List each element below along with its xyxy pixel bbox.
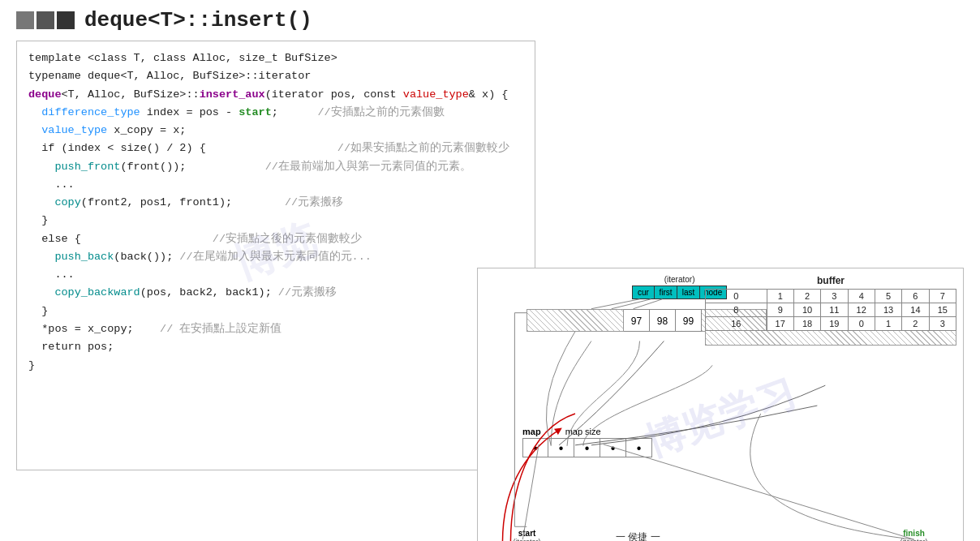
- code-line-13: ...: [28, 266, 523, 284]
- code-line-10: }: [28, 212, 523, 230]
- diagram-inner: (iterator) cur first last node 97 98 99: [478, 268, 963, 541]
- map-section: map map size • • • • •: [522, 427, 652, 457]
- code-line-8: ...: [28, 176, 523, 194]
- map-cell-4: •: [600, 438, 626, 457]
- page-container: deque<T>::insert() template <class T, cl…: [0, 0, 980, 541]
- svg-line-3: [522, 444, 539, 539]
- page-title: deque<T>::insert(): [84, 8, 312, 32]
- main-content: template <class T, class Alloc, size_t B…: [16, 41, 964, 470]
- code-line-4: difference_type index = pos - start; //安…: [28, 104, 523, 122]
- map-cells-row: • • • • •: [522, 438, 652, 457]
- code-line-6: if (index < size() / 2) { //如果安插點之前的元素個數…: [28, 140, 523, 157]
- svg-line-2: [634, 299, 663, 309]
- code-line-3: deque<T, Alloc, BufSize>::insert_aux(ite…: [28, 86, 523, 104]
- code-line-5: value_type x_copy = x;: [28, 122, 523, 140]
- code-line-16: *pos = x_copy; // 在安插點上設定新值: [28, 320, 523, 338]
- svg-line-0: [591, 299, 640, 309]
- diagram-watermark: 博览学习: [638, 367, 802, 469]
- finish-iterator-group: finish (iterator) cur first last node: [873, 529, 955, 541]
- icon-block-2: [37, 11, 54, 29]
- code-line-17: return pos;: [28, 338, 523, 356]
- code-line-7: push_front(front()); //在最前端加入與第一元素同值的元素。: [28, 158, 523, 176]
- code-block: template <class T, class Alloc, size_t B…: [16, 41, 535, 470]
- map-label: map: [522, 427, 541, 436]
- buffer-label: buffer: [705, 275, 956, 286]
- code-line-12: push_back(back()); //在尾端加入與最末元素同值的元...: [28, 248, 523, 266]
- svg-line-1: [612, 299, 651, 309]
- finish-label: finish: [873, 529, 955, 538]
- num-97: 97: [624, 309, 650, 332]
- icon-block-1: [16, 11, 34, 29]
- iter-cell-first: first: [655, 286, 677, 299]
- code-line-2: typename deque<T, Alloc, BufSize>::itera…: [28, 67, 523, 85]
- code-line-9: copy(front2, pos1, front1); //元素搬移: [28, 194, 523, 212]
- map-cell-5: •: [626, 438, 652, 457]
- buffer-table: 0 1 2 3 4 5 6 7 8 9 10: [705, 289, 956, 331]
- start-sublabel: (iterator): [486, 538, 568, 541]
- start-label: start: [486, 529, 568, 538]
- map-labels: map map size: [522, 427, 652, 436]
- buffer-section: buffer 0 1 2 3 4 5 6 7 8: [705, 275, 956, 346]
- header-icons: [16, 11, 75, 29]
- buffer-row-2: 8 9 10 11 12 13 14 15: [706, 303, 956, 317]
- houjie-label: 一 侯捷 一: [616, 530, 660, 541]
- svg-line-4: [604, 444, 914, 539]
- start-iterator-group: start (iterator) cur first last node: [486, 529, 568, 541]
- map-cell-2: •: [548, 438, 574, 457]
- map-size-label: map size: [565, 427, 601, 436]
- code-line-14: copy_backward(pos, back2, back1); //元素搬移: [28, 284, 523, 302]
- iterator-top-label: (iterator): [664, 275, 695, 284]
- code-line-11: else { //安插點之後的元素個數較少: [28, 230, 523, 248]
- buffer-row-3: 16 17 18 19 0 1 2 3: [706, 317, 956, 331]
- icon-block-3: [57, 11, 75, 29]
- num-98: 98: [650, 309, 676, 332]
- iter-cell-last: last: [677, 286, 700, 299]
- finish-sublabel: (iterator): [873, 538, 955, 541]
- map-cell-1: •: [522, 438, 548, 457]
- code-line-15: }: [28, 303, 523, 320]
- hatch-left: [527, 309, 624, 332]
- buffer-row-1: 0 1 2 3 4 5 6 7: [706, 290, 956, 303]
- num-99: 99: [676, 309, 702, 332]
- map-cell-3: •: [574, 438, 600, 457]
- hatch-below-buffer: [705, 331, 956, 346]
- diagram-container: (iterator) cur first last node 97 98 99: [477, 268, 964, 541]
- header: deque<T>::insert(): [16, 8, 964, 32]
- code-line-18: }: [28, 357, 523, 375]
- code-line-1: template <class T, class Alloc, size_t B…: [28, 49, 523, 67]
- iter-cell-cur: cur: [632, 286, 655, 299]
